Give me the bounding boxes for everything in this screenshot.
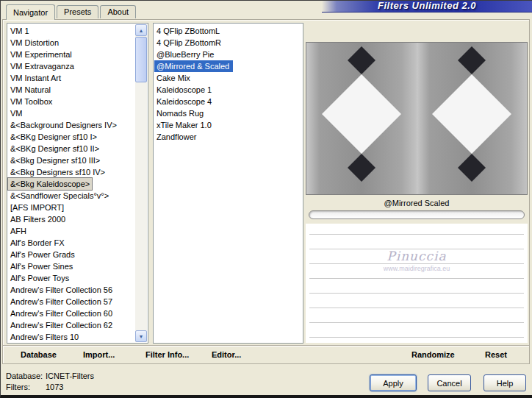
dialog-window: Filters Unlimited 2.0 Navigator Presets …: [0, 0, 532, 398]
cancel-button[interactable]: Cancel: [428, 374, 471, 391]
category-item[interactable]: &<BKg Designer sf10 I>: [8, 131, 135, 143]
category-item[interactable]: &<Bkg Kaleidoscope>: [8, 178, 92, 190]
reset-button[interactable]: Reset: [485, 350, 507, 359]
help-button[interactable]: Help: [484, 374, 526, 391]
category-item[interactable]: Alf's Border FX: [8, 237, 135, 249]
filter-info-button[interactable]: Filter Info...: [145, 350, 189, 359]
filter-item[interactable]: @BlueBerry Pie: [154, 49, 302, 60]
apply-button[interactable]: Apply: [370, 374, 417, 391]
filter-list: 4 QFlip ZBottomL4 QFlip ZBottomR@BlueBer…: [154, 25, 302, 143]
category-item[interactable]: VM Experimental: [8, 49, 135, 60]
category-item[interactable]: &<Bkg Designers sf10 IV>: [8, 166, 135, 178]
filter-item[interactable]: Cake Mix: [154, 72, 302, 84]
database-value: ICNET-Filters: [46, 372, 94, 380]
filters-value: 1073: [46, 383, 63, 391]
category-item[interactable]: Alf's Power Toys: [8, 272, 135, 284]
empty-param-row: [309, 234, 524, 235]
tab-about[interactable]: About: [100, 5, 136, 18]
filter-listbox[interactable]: 4 QFlip ZBottomL4 QFlip ZBottomR@BlueBer…: [153, 23, 303, 344]
filter-item[interactable]: Zandflower: [154, 131, 302, 143]
category-item[interactable]: [AFS IMPORT]: [8, 202, 135, 213]
filter-item[interactable]: xTile Maker 1.0: [154, 119, 302, 131]
filter-item[interactable]: Kaleidoscope 4: [154, 96, 302, 107]
scroll-up-button[interactable]: ▲: [135, 24, 147, 36]
toolbar: Database Import... Filter Info... Editor…: [3, 345, 529, 364]
up-arrow-icon: ▲: [139, 28, 144, 33]
category-item[interactable]: &<BKg Designer sf10 II>: [8, 143, 135, 154]
category-item[interactable]: Andrew's Filter Collection 57: [8, 296, 135, 308]
window-title: Filters Unlimited 2.0: [378, 0, 476, 11]
database-label: Database:: [6, 372, 43, 380]
randomize-button[interactable]: Randomize: [411, 350, 455, 359]
import-button[interactable]: Import...: [83, 350, 115, 359]
filters-label: Filters:: [6, 383, 30, 391]
scroll-down-button[interactable]: ▼: [135, 330, 147, 342]
empty-param-row: [309, 308, 524, 308]
category-item[interactable]: VM Extravaganza: [8, 60, 135, 72]
preview-caption: @Mirrored Scaled: [306, 199, 528, 207]
filter-item[interactable]: 4 QFlip ZBottomL: [154, 25, 302, 37]
category-item[interactable]: VM Natural: [8, 84, 135, 96]
category-item[interactable]: VM Distortion: [8, 37, 135, 49]
category-item[interactable]: VM Instant Art: [8, 72, 135, 84]
empty-param-row: [309, 337, 524, 338]
filter-item[interactable]: 4 QFlip ZBottomR: [154, 37, 302, 49]
filter-item[interactable]: Kaleidoscope 1: [154, 84, 302, 96]
category-item[interactable]: Alf's Power Grads: [8, 249, 135, 260]
category-item[interactable]: &<Sandflower Specials°v°>: [8, 190, 135, 202]
category-item[interactable]: Andrew's Filters 10: [8, 331, 135, 343]
category-item[interactable]: Andrew's Filter Collection 62: [8, 319, 135, 331]
category-item[interactable]: Andrew's Filter Collection 60: [8, 308, 135, 319]
category-item[interactable]: VM Toolbox: [8, 96, 135, 107]
category-item[interactable]: Andrew's Filter Collection 56: [8, 284, 135, 296]
empty-param-row: [309, 278, 524, 279]
title-banner: Filters Unlimited 2.0: [322, 0, 532, 13]
category-item[interactable]: Alf's Power Sines: [8, 260, 135, 272]
down-arrow-icon: ▼: [139, 334, 144, 339]
preview-image: [306, 43, 527, 194]
watermark-name: Pinuccia: [306, 249, 528, 263]
category-list: VM 1VM DistortionVM ExperimentalVM Extra…: [8, 25, 135, 343]
empty-param-row: [309, 263, 524, 264]
category-item[interactable]: &<Background Designers IV>: [8, 119, 135, 131]
category-item[interactable]: VM: [8, 107, 135, 119]
filter-item[interactable]: @Mirrored & Scaled: [154, 60, 233, 72]
empty-param-row: [309, 322, 524, 323]
category-item[interactable]: AB Filters 2000: [8, 213, 135, 225]
scroll-thumb[interactable]: [135, 37, 147, 82]
database-button[interactable]: Database: [21, 350, 57, 359]
category-item[interactable]: VM 1: [8, 25, 135, 37]
editor-button[interactable]: Editor...: [212, 350, 241, 359]
tab-presets[interactable]: Presets: [57, 5, 98, 18]
watermark-url: www.maidiregrafica.eu: [306, 265, 528, 272]
category-listbox[interactable]: VM 1VM DistortionVM ExperimentalVM Extra…: [7, 23, 148, 344]
params-panel: Pinuccia www.maidiregrafica.eu: [306, 224, 528, 343]
parameter-slider[interactable]: [309, 210, 525, 219]
empty-param-row: [309, 293, 524, 294]
tab-bar: Navigator Presets About: [6, 4, 137, 20]
filter-item[interactable]: Nomads Rug: [154, 107, 302, 119]
tab-navigator[interactable]: Navigator: [6, 4, 55, 20]
category-scrollbar[interactable]: ▲ ▼: [135, 24, 147, 342]
category-item[interactable]: AFH: [8, 225, 135, 237]
category-item[interactable]: &<Bkg Designer sf10 III>: [8, 154, 135, 166]
filter-preview: [306, 42, 528, 195]
